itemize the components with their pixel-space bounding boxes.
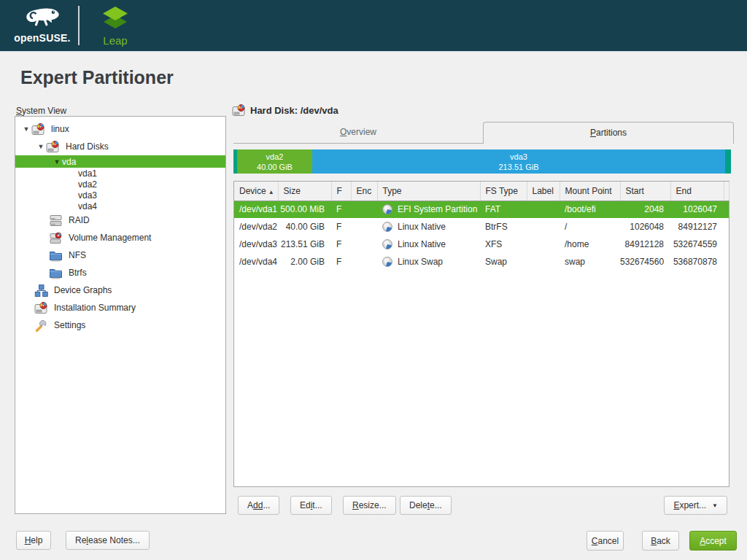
tree-item-raid[interactable]: RAID [15,211,225,229]
tree-item-hard-disks[interactable]: ▼ Hard Disks [15,138,225,155]
partitions-table: Device▲ Size F Enc Type FS Type Label Mo… [234,182,729,271]
column-header-f[interactable]: F [331,182,351,201]
expander-icon[interactable]: ▼ [36,143,46,150]
table-row-vda3[interactable]: /dev/vda3 213.51 GiB F Linux Native XFS … [234,236,729,253]
column-header-end[interactable]: End [670,182,724,201]
column-header-size[interactable]: Size [278,182,331,201]
tab-partitions[interactable]: Partitions [483,122,734,144]
tree-item-label: Hard Disks [66,141,109,152]
footer-left-buttons: Help Release Notes... [16,531,150,550]
tree-item-btrfs[interactable]: Btrfs [15,264,225,281]
device-graph-icon [34,284,48,297]
volume-management-icon [49,232,63,244]
tree-item-nfs[interactable]: NFS [15,246,225,264]
tree-item-vda2[interactable]: vda2 [15,179,225,190]
partition-icon [382,222,392,232]
panel-title: Hard Disk: /dev/vda [232,104,338,117]
column-header-fs-type[interactable]: FS Type [480,182,527,201]
tree-item-label: linux [51,124,69,134]
page-title: Expert Partitioner [20,67,174,88]
segment-name: vda3 [510,152,527,162]
column-header-enc[interactable]: Enc [351,182,377,201]
tree-item-label: vda3 [78,190,97,201]
tree-item-linux[interactable]: ▼ linux [15,120,225,138]
partitions-table-container: Device▲ Size F Enc Type FS Type Label Mo… [233,181,729,487]
column-header-device[interactable]: Device▲ [234,182,278,201]
cancel-button[interactable]: Cancel [587,531,624,551]
tree-item-label: Device Graphs [54,285,112,295]
harddisk-icon [46,141,60,153]
opensuse-wordmark: openSUSE. [10,32,74,44]
back-button[interactable]: Back [642,531,679,551]
tree-item-label: Settings [54,320,85,330]
add-button[interactable]: Add... [238,496,279,515]
tree-item-label: NFS [69,250,86,260]
tree-item-vda1[interactable]: vda1 [15,168,225,179]
tree-item-vda3[interactable]: vda3 [15,190,225,201]
network-folder-icon [49,249,63,262]
expander-icon[interactable]: ▼ [21,125,31,133]
tree-item-installation-summary[interactable]: Installation Summary [15,299,225,316]
footer-right-buttons: Cancel Back Accept [587,531,737,551]
tree-item-label: Volume Management [69,233,151,243]
bar-segment-vda2[interactable]: vda2 40.00 GiB [237,149,312,174]
system-view-tree: ▼ linux ▼ Hard Disks ▼ vda vda1 vda2 vda… [15,116,226,514]
expander-icon[interactable]: ▼ [52,158,62,166]
segment-name: vda2 [266,152,284,162]
column-header-mount-point[interactable]: Mount Point [560,182,620,201]
segment-size: 213.51 GiB [498,162,538,172]
tree-item-vda4[interactable]: vda4 [15,201,225,211]
resize-button[interactable]: Resize... [343,496,396,515]
column-header-start[interactable]: Start [620,182,670,201]
raid-icon [49,214,63,227]
tree-item-label: RAID [69,215,90,225]
harddisk-icon [31,123,45,136]
column-header-type[interactable]: Type [377,182,480,201]
table-header-row: Device▲ Size F Enc Type FS Type Label Mo… [234,182,729,201]
tab-bar: Overview Partitions [233,122,734,144]
harddisk-icon [34,302,48,314]
column-header-label[interactable]: Label [527,182,560,201]
chevron-down-icon: ▼ [712,502,718,509]
partition-icon [382,257,392,267]
edit-button[interactable]: Edit... [290,496,332,515]
tree-item-vda-selected[interactable]: ▼ vda [15,155,225,168]
delete-button[interactable]: Delete... [400,496,452,515]
tree-item-label: vda2 [78,179,97,190]
help-button[interactable]: Help [16,531,51,550]
tree-item-label: Installation Summary [54,303,136,313]
leap-wordmark: Leap [93,34,137,47]
tree-item-device-graphs[interactable]: Device Graphs [15,281,225,299]
tree-item-volume-management[interactable]: Volume Management [15,229,225,246]
table-row-vda1[interactable]: /dev/vda1 500.00 MiB F EFI System Partit… [234,201,729,218]
network-folder-icon [49,267,63,279]
top-branding-bar: openSUSE. Leap [0,0,747,52]
tree-item-label: vda4 [78,201,97,211]
table-row-vda2[interactable]: /dev/vda2 40.00 GiB F Linux Native BtrFS… [234,218,729,236]
leap-diamond-icon [98,5,133,31]
bar-segment-vda3[interactable]: vda3 213.51 GiB [312,149,725,174]
segment-size: 40.00 GiB [257,162,293,172]
tab-overview[interactable]: Overview [233,122,483,144]
tree-item-label: Btrfs [69,268,87,278]
tree-item-label: vda1 [78,168,97,179]
panel-title-text: Hard Disk: /dev/vda [250,105,338,116]
expert-dropdown-button[interactable]: Expert... ▼ [664,496,727,515]
harddisk-icon [232,104,246,117]
wrench-icon [34,319,48,332]
opensuse-chameleon-icon [21,4,63,31]
sort-ascending-icon: ▲ [268,189,274,195]
tree-item-settings[interactable]: Settings [15,316,225,334]
leap-logo: Leap [93,5,137,47]
partition-icon [382,239,392,249]
partition-action-bar: Add... Edit... Resize... Delete... Exper… [233,496,731,515]
logo-divider [78,6,80,45]
opensuse-logo: openSUSE. [10,4,74,44]
table-row-vda4[interactable]: /dev/vda4 2.00 GiB F Linux Swap Swap swa… [234,253,729,271]
partition-usage-bar: vda2 40.00 GiB vda3 213.51 GiB [233,149,731,174]
accept-button[interactable]: Accept [689,531,737,551]
release-notes-button[interactable]: Release Notes... [66,531,150,550]
column-header-gutter [724,182,729,201]
bar-segment-vda4[interactable] [725,149,731,174]
system-view-label: System View [16,106,66,116]
